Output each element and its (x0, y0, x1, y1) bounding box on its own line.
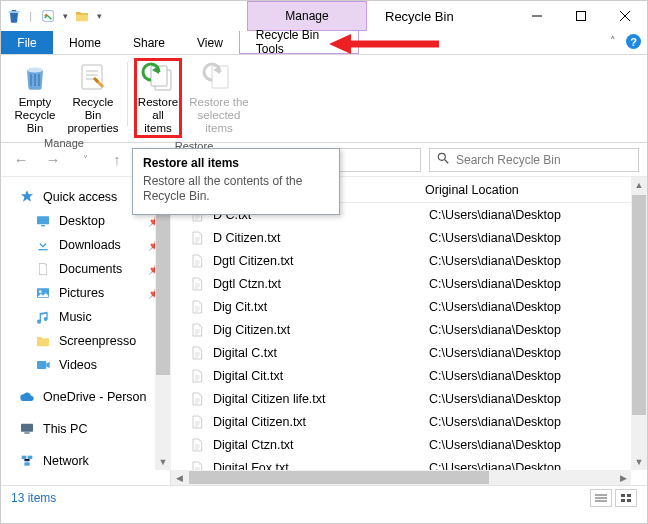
svg-rect-22 (24, 432, 29, 433)
tab-file-label: File (17, 36, 36, 50)
sidebar-item-pictures[interactable]: Pictures 📌 (1, 281, 170, 305)
maximize-button[interactable] (559, 1, 603, 31)
empty-recycle-bin-button[interactable]: Empty Recycle Bin (7, 58, 63, 135)
table-row[interactable]: Digital Citizen life.txtC:\Users\diana\D… (171, 387, 647, 410)
star-icon (19, 189, 35, 205)
large-icons-view-button[interactable] (615, 489, 637, 507)
chevron-down-icon[interactable]: ▾ (95, 11, 103, 21)
ribbon-group-manage: Empty Recycle Bin Recycle Bin properties… (7, 58, 121, 142)
videos-icon (35, 357, 51, 373)
details-view-button[interactable] (590, 489, 612, 507)
sidebar-item-music[interactable]: Music (1, 305, 170, 329)
scroll-down-button[interactable]: ▼ (155, 454, 171, 470)
file-original-location: C:\Users\diana\Desktop (429, 323, 647, 337)
sidebar-scrollbar[interactable]: ▲ ▼ (155, 177, 171, 470)
sidebar-item-documents[interactable]: Documents 📌 (1, 257, 170, 281)
column-label: Original Location (425, 183, 519, 197)
search-box[interactable]: Search Recycle Bin (429, 148, 639, 172)
sidebar-item-label: Videos (59, 358, 97, 372)
scroll-down-button[interactable]: ▼ (631, 454, 647, 470)
tab-recycle-bin-tools[interactable]: Recycle Bin Tools (239, 31, 359, 54)
horizontal-scrollbar[interactable]: ◀ ▶ (171, 470, 631, 485)
btn-label: Recycle Bin (7, 109, 63, 135)
chevron-down-icon[interactable]: ▾ (61, 11, 69, 21)
contextual-tab-header: Manage (247, 1, 367, 31)
tab-view-label: View (197, 36, 223, 50)
qat-separator: │ (27, 12, 35, 21)
properties-quick-icon[interactable] (39, 5, 57, 27)
sidebar-item-label: Music (59, 310, 92, 324)
table-row[interactable]: Digital C.txtC:\Users\diana\Desktop (171, 341, 647, 364)
this-pc-icon (19, 421, 35, 437)
btn-label: selected items (184, 109, 254, 135)
table-row[interactable]: Dgtl Citizen.txtC:\Users\diana\Desktop (171, 249, 647, 272)
folder-new-icon[interactable] (73, 5, 91, 27)
search-placeholder: Search Recycle Bin (456, 153, 561, 167)
table-row[interactable]: Digital Cit.txtC:\Users\diana\Desktop (171, 364, 647, 387)
tab-file[interactable]: File (1, 31, 53, 54)
text-file-icon (189, 299, 205, 315)
table-row[interactable]: Dig Cit.txtC:\Users\diana\Desktop (171, 295, 647, 318)
svg-rect-20 (37, 361, 46, 369)
scroll-thumb[interactable] (156, 195, 170, 375)
svg-rect-17 (38, 249, 47, 250)
scroll-thumb[interactable] (632, 195, 646, 415)
recycle-bin-properties-button[interactable]: Recycle Bin properties (65, 58, 121, 135)
file-original-location: C:\Users\diana\Desktop (429, 346, 647, 360)
sidebar-item-label: Pictures (59, 286, 104, 300)
file-original-location: C:\Users\diana\Desktop (429, 208, 647, 222)
status-bar: 13 items (1, 485, 647, 509)
text-file-icon (189, 230, 205, 246)
scroll-thumb[interactable] (189, 471, 489, 484)
column-header-original-location[interactable]: Original Location (425, 183, 647, 197)
vertical-scrollbar[interactable]: ▲ ▼ (631, 177, 647, 470)
window-controls (515, 1, 647, 31)
collapse-ribbon-icon[interactable]: ˄ (610, 35, 616, 48)
close-button[interactable] (603, 1, 647, 31)
ribbon: Empty Recycle Bin Recycle Bin properties… (1, 55, 647, 143)
scroll-left-button[interactable]: ◀ (171, 470, 187, 485)
text-file-icon (189, 368, 205, 384)
table-row[interactable]: Dig Citizen.txtC:\Users\diana\Desktop (171, 318, 647, 341)
svg-rect-16 (41, 225, 45, 226)
tab-share[interactable]: Share (117, 31, 181, 54)
back-button[interactable]: ← (9, 148, 33, 172)
file-name: Dgtl Citizen.txt (213, 254, 429, 268)
sidebar-item-onedrive[interactable]: OneDrive - Person (1, 385, 170, 409)
help-icon[interactable]: ? (626, 34, 641, 49)
tab-home[interactable]: Home (53, 31, 117, 54)
sidebar-item-label: This PC (43, 422, 87, 436)
recent-locations-button[interactable]: ˅ (73, 148, 97, 172)
sidebar-item-network[interactable]: Network (1, 449, 170, 473)
sidebar-item-this-pc[interactable]: This PC (1, 417, 170, 441)
ribbon-tabs: File Home Share View Recycle Bin Tools ˄… (1, 31, 647, 55)
btn-label: all items (137, 109, 179, 135)
downloads-icon (35, 237, 51, 253)
svg-rect-23 (22, 456, 27, 459)
table-row[interactable]: D Citizen.txtC:\Users\diana\Desktop (171, 226, 647, 249)
minimize-button[interactable] (515, 1, 559, 31)
text-file-icon (189, 437, 205, 453)
tab-view[interactable]: View (181, 31, 239, 54)
sidebar-item-screenpresso[interactable]: Screenpresso (1, 329, 170, 353)
sidebar-item-label: Desktop (59, 214, 105, 228)
forward-button[interactable]: → (41, 148, 65, 172)
file-name: Digital Citizen life.txt (213, 392, 429, 406)
sidebar-item-videos[interactable]: Videos (1, 353, 170, 377)
scroll-up-button[interactable]: ▲ (631, 177, 647, 193)
text-file-icon (189, 414, 205, 430)
up-button[interactable]: ↑ (105, 148, 129, 172)
restore-selected-items-button: Restore the selected items (184, 58, 254, 138)
table-row[interactable]: Dgtl Ctzn.txtC:\Users\diana\Desktop (171, 272, 647, 295)
documents-icon (35, 261, 51, 277)
sidebar-item-downloads[interactable]: Downloads 📌 (1, 233, 170, 257)
sidebar-item-label: Documents (59, 262, 122, 276)
scroll-right-button[interactable]: ▶ (615, 470, 631, 485)
table-row[interactable]: Digital Ctzn.txtC:\Users\diana\Desktop (171, 433, 647, 456)
file-name: Dgtl Ctzn.txt (213, 277, 429, 291)
file-list-pane: Name Original Location D C.txtC:\Users\d… (171, 177, 647, 485)
table-row[interactable]: Digital Citizen.txtC:\Users\diana\Deskto… (171, 410, 647, 433)
restore-all-items-button[interactable]: Restore all items (134, 58, 182, 138)
file-original-location: C:\Users\diana\Desktop (429, 231, 647, 245)
svg-rect-25 (24, 462, 29, 465)
